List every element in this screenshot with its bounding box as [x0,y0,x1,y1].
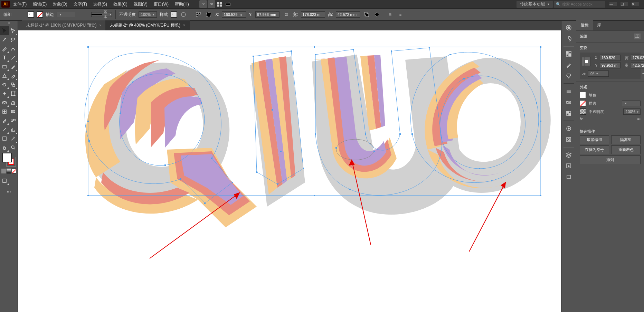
panel-menu-icon[interactable]: ≡ [397,11,404,18]
opacity-prop[interactable]: 100%▸ [623,108,641,115]
free-transform-tool[interactable] [9,89,18,98]
h-field[interactable] [336,11,360,18]
doc-tab-2[interactable]: 未标题-2* @ 400% (CMYK/GPU 预览)× [106,20,189,30]
eraser-tool[interactable] [9,71,18,80]
minimize-button[interactable]: — [609,2,617,6]
line-tool[interactable] [9,53,18,62]
appearance-panel-icon[interactable] [562,124,575,133]
screen-mode[interactable] [0,176,9,185]
stroke-swatch[interactable] [37,11,43,18]
prop-x-field[interactable] [600,55,621,61]
color-guide-icon[interactable] [562,34,575,44]
arrange-docs-icon[interactable] [216,0,224,8]
direct-selection-tool[interactable] [9,26,18,35]
recolor-button[interactable]: 重新着色 [611,145,641,154]
asset-export-icon[interactable] [562,161,575,171]
zoom-tool[interactable] [9,143,18,152]
menu-edit[interactable]: 编辑(E) [30,1,49,8]
scale-tool[interactable] [9,80,18,89]
stroke-color[interactable] [580,100,586,106]
ungroup-button[interactable]: 取消编组 [580,135,609,144]
stroke-weight-prop[interactable] [622,101,641,106]
layers-panel-icon[interactable] [562,150,575,160]
perspective-tool[interactable] [9,98,18,107]
transparency-panel-icon[interactable] [562,108,575,118]
maximize-button[interactable]: ☐ [621,2,628,6]
paintbrush-tool[interactable] [9,62,18,71]
library-tab[interactable]: 库 [593,20,605,30]
fill-swatch[interactable] [28,11,34,18]
width-tool[interactable] [0,89,9,98]
menu-object[interactable]: 对象(O) [50,1,70,8]
search-stock[interactable]: 🔍搜索 Adobe Stock [553,1,605,8]
stroke-panel-icon[interactable] [562,86,575,96]
menu-select[interactable]: 选择(S) [91,1,110,8]
menu-help[interactable]: 帮助(H) [172,1,192,8]
save-symbol-button[interactable]: 存储为符号 [580,145,609,154]
w-field[interactable] [301,11,325,18]
shape-builder-tool[interactable] [0,98,9,107]
selection-tool[interactable] [0,26,9,35]
workspace-switcher[interactable]: 传统基本功能 [517,1,553,8]
menu-view[interactable]: 视图(V) [131,1,150,8]
doc-tab-1[interactable]: 未标题-1* @ 100% (CMYK/GPU 预览)× [22,20,106,30]
edit-toolbar[interactable]: ••• [2,187,16,196]
graphic-styles-icon[interactable] [562,135,575,144]
reference-point[interactable] [582,57,591,66]
rectangle-tool[interactable] [0,62,9,71]
shaper-tool[interactable] [0,71,9,80]
curvature-tool[interactable] [9,44,18,53]
panel-toggle-icon[interactable]: ⊞ [386,11,394,18]
close-tab-icon[interactable]: × [100,23,102,27]
color-modes[interactable] [0,169,18,173]
link-wh-icon[interactable]: ⛓ [282,11,290,18]
color-panel-icon[interactable] [562,23,575,32]
fill-color[interactable] [580,92,586,98]
properties-tab[interactable]: 属性 [576,20,593,30]
shape-mode-icon[interactable] [363,11,370,18]
canvas[interactable] [18,30,561,312]
mesh-tool[interactable] [0,107,9,116]
graphic-style[interactable] [171,11,177,18]
stroke-profile[interactable]: 基本 [91,12,112,17]
isolate-button[interactable]: 隔离组 [611,135,641,144]
align-icon[interactable] [195,11,202,18]
blend-tool[interactable] [9,116,18,125]
stock-icon[interactable]: St [208,0,215,8]
angle-field[interactable]: 0° [588,70,609,77]
close-button[interactable]: ✕ [632,2,639,6]
bridge-icon[interactable]: Br [199,0,207,8]
x-field[interactable] [222,11,246,18]
swatches-panel-icon[interactable] [562,49,575,59]
type-tool[interactable] [0,53,9,62]
symbols-panel-icon[interactable] [562,71,575,81]
doc-setup-icon[interactable] [180,11,187,18]
gpu-icon[interactable] [224,0,232,8]
prop-w-field[interactable] [631,55,644,61]
prop-y-field[interactable] [600,62,621,68]
eyedropper-tool[interactable] [0,116,9,125]
y-field[interactable] [255,11,280,18]
fill-stroke-control[interactable] [0,152,18,169]
symbol-sprayer-tool[interactable] [0,125,9,134]
transform-icon[interactable] [205,11,212,18]
rotate-tool[interactable] [0,80,9,89]
gradient-tool[interactable] [9,107,18,116]
tools-hint[interactable]: 工 [634,34,641,39]
stroke-weight[interactable] [57,12,75,17]
menu-window[interactable]: 窗口(W) [151,1,171,8]
gradient-panel-icon[interactable] [562,97,575,107]
arrange-button[interactable]: 排列 [580,155,641,164]
menu-type[interactable]: 文字(T) [71,1,90,8]
fx-button[interactable]: fx. [580,117,584,121]
close-tab-icon[interactable]: × [183,23,185,27]
pen-tool[interactable] [0,44,9,53]
brushes-panel-icon[interactable] [562,60,575,70]
more-appearance-icon[interactable]: ••• [636,117,641,121]
artboards-panel-icon[interactable] [562,172,575,182]
slice-tool[interactable] [9,134,18,143]
hand-tool[interactable] [0,143,9,152]
opacity-field[interactable]: 100% [139,11,157,18]
menu-effect[interactable]: 效果(C) [111,1,130,8]
prop-h-field[interactable] [631,62,644,68]
